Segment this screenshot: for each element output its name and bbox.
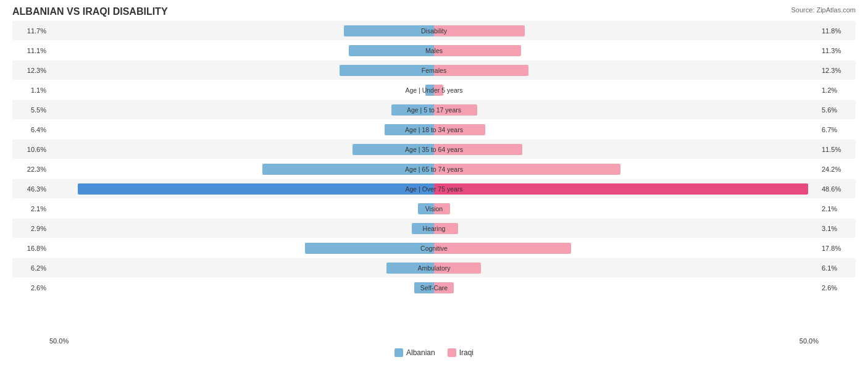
right-value: 11.5% [819, 146, 856, 153]
chart-row: 2.6% Self-Care 2.6% [12, 278, 856, 297]
bar-wrapper: Hearing [49, 222, 819, 235]
left-value: 6.4% [12, 126, 49, 133]
right-value: 5.6% [819, 106, 856, 114]
chart-row: 2.9% Hearing 3.1% [12, 219, 856, 238]
row-label: Age | 18 to 34 years [405, 126, 463, 133]
bar-section: Vision [49, 199, 819, 218]
left-value: 2.6% [12, 284, 49, 292]
left-value: 16.8% [12, 245, 49, 252]
bar-section: Cognitive [49, 238, 819, 258]
row-label: Disability [421, 27, 447, 35]
bar-section: Age | Over 75 years [49, 179, 819, 198]
bar-right [434, 45, 521, 56]
bar-wrapper: Self-Care [49, 281, 819, 295]
bar-wrapper: Age | Under 5 years [49, 83, 819, 97]
bar-wrapper: Age | 35 to 64 years [49, 143, 819, 156]
bar-wrapper: Vision [49, 202, 819, 216]
left-value: 11.7% [12, 27, 49, 35]
axis-left: 50.0% [49, 337, 69, 345]
bar-left [78, 183, 434, 195]
bar-left [305, 243, 434, 254]
bar-right [434, 183, 808, 195]
axis-labels: 50.0% 50.0% [12, 337, 856, 345]
bar-section: Age | 65 to 74 years [49, 159, 819, 178]
bar-wrapper: Disability [49, 24, 819, 38]
row-label: Age | Over 75 years [405, 185, 462, 193]
source-label: Source: ZipAtlas.com [791, 6, 856, 14]
chart-row: 10.6% Age | 35 to 64 years 11.5% [12, 140, 856, 159]
chart-row: 16.8% Cognitive 17.8% [12, 238, 856, 258]
bar-right [434, 243, 571, 254]
chart-title: ALBANIAN VS IRAQI DISABILITY [12, 6, 856, 17]
chart-row: 6.4% Age | 18 to 34 years 6.7% [12, 120, 856, 139]
chart-area: 11.7% Disability 11.8% 11.1% Males 11.3%… [12, 21, 856, 336]
left-value: 10.6% [12, 146, 49, 153]
axis-right: 50.0% [799, 337, 819, 345]
bar-wrapper: Males [49, 44, 819, 57]
chart-row: 11.7% Disability 11.8% [12, 21, 856, 40]
bar-section: Hearing [49, 219, 819, 238]
right-value: 2.6% [819, 284, 856, 292]
chart-row: 5.5% Age | 5 to 17 years 5.6% [12, 100, 856, 119]
right-value: 1.2% [819, 86, 856, 94]
bar-section: Self-Care [49, 278, 819, 297]
row-label: Self-Care [420, 284, 448, 292]
chart-container: ALBANIAN VS IRAQI DISABILITY Source: Zip… [0, 0, 868, 378]
left-value: 2.1% [12, 205, 49, 212]
left-value: 22.3% [12, 166, 49, 173]
bar-section: Males [49, 41, 819, 60]
chart-row: 11.1% Males 11.3% [12, 41, 856, 60]
row-label: Cognitive [420, 245, 448, 252]
chart-row: 2.1% Vision 2.1% [12, 199, 856, 218]
right-value: 17.8% [819, 245, 856, 252]
chart-legend: Albanian Iraqi [12, 348, 856, 357]
legend-albanian: Albanian [394, 348, 435, 357]
chart-row: 46.3% Age | Over 75 years 48.6% [12, 179, 856, 198]
row-label: Age | 65 to 74 years [405, 166, 463, 173]
row-label: Females [422, 67, 446, 74]
left-value: 11.1% [12, 47, 49, 54]
right-value: 6.7% [819, 126, 856, 133]
right-value: 6.1% [819, 264, 856, 272]
row-label: Hearing [423, 225, 446, 232]
bar-section: Age | Under 5 years [49, 80, 819, 99]
right-value: 48.6% [819, 185, 856, 193]
bar-section: Females [49, 61, 819, 80]
bar-section: Age | 5 to 17 years [49, 100, 819, 119]
row-label: Age | 35 to 64 years [405, 146, 463, 153]
bar-left [349, 45, 434, 56]
right-value: 11.3% [819, 47, 856, 54]
left-value: 1.1% [12, 86, 49, 94]
row-label: Age | 5 to 17 years [407, 106, 461, 114]
bar-wrapper: Age | Over 75 years [49, 182, 819, 196]
bar-right [434, 25, 525, 36]
bar-section: Age | 35 to 64 years [49, 140, 819, 159]
chart-row: 1.1% Age | Under 5 years 1.2% [12, 80, 856, 99]
left-value: 5.5% [12, 106, 49, 114]
bar-wrapper: Cognitive [49, 242, 819, 255]
bar-wrapper: Ambulatory [49, 261, 819, 275]
right-value: 11.8% [819, 27, 856, 35]
right-value: 12.3% [819, 67, 856, 74]
left-value: 2.9% [12, 225, 49, 232]
right-value: 24.2% [819, 166, 856, 173]
left-value: 12.3% [12, 67, 49, 74]
bar-wrapper: Age | 65 to 74 years [49, 162, 819, 176]
left-value: 6.2% [12, 264, 49, 272]
bar-wrapper: Age | 18 to 34 years [49, 123, 819, 136]
chart-row: 22.3% Age | 65 to 74 years 24.2% [12, 159, 856, 178]
bar-section: Age | 18 to 34 years [49, 120, 819, 139]
albanian-label: Albanian [406, 348, 435, 357]
row-label: Age | Under 5 years [405, 86, 462, 94]
albanian-color-box [394, 348, 403, 357]
bar-left [340, 65, 434, 76]
row-label: Vision [425, 205, 443, 212]
bar-section: Ambulatory [49, 258, 819, 277]
row-label: Ambulatory [417, 264, 450, 272]
bar-right [434, 65, 528, 76]
bar-wrapper: Females [49, 64, 819, 77]
chart-row: 6.2% Ambulatory 6.1% [12, 258, 856, 277]
bar-section: Disability [49, 21, 819, 40]
legend-iraqi: Iraqi [448, 348, 474, 357]
iraqi-color-box [448, 348, 456, 357]
